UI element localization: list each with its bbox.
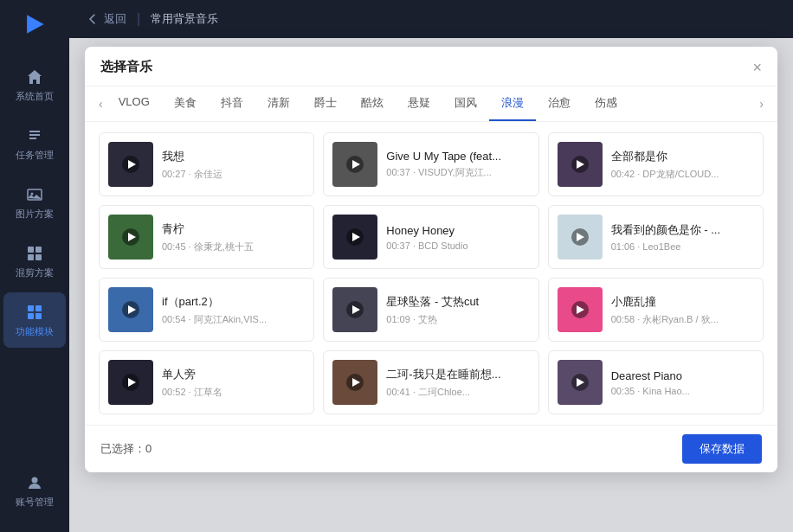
cat-tab-sad[interactable]: 伤感: [583, 87, 629, 121]
music-thumb-6: [558, 215, 603, 260]
sidebar-item-functions-label: 功能模块: [16, 325, 54, 338]
sidebar-item-photos[interactable]: 图片方案: [3, 175, 66, 230]
music-name: 单人旁: [162, 367, 305, 382]
back-button[interactable]: 返回: [87, 11, 126, 27]
music-thumb-5: [332, 215, 377, 260]
modal-close-button[interactable]: ×: [752, 60, 762, 75]
music-info-12: Dearest Piano 00:35 · Kina Hao...: [611, 369, 754, 396]
sidebar-item-mix-label: 混剪方案: [16, 266, 54, 279]
page-content: 常用背景音乐 选择音乐 × ‹ VLOG 美食 抖音 清新 爵士: [69, 38, 793, 532]
cat-tabs-inner: VLOG 美食 抖音 清新 爵士 酷炫 悬疑 国风 浪漫 治愈 伤感: [106, 87, 757, 121]
svg-marker-0: [27, 15, 44, 33]
music-meta: 00:45 · 徐秉龙,桃十五: [162, 240, 305, 253]
cat-tab-romance[interactable]: 浪漫: [489, 87, 536, 121]
music-meta: 00:37 · VISUDY,阿克江...: [386, 166, 529, 179]
music-thumb-3: [558, 142, 603, 187]
music-info-3: 全部都是你 00:42 · DP龙猪/CLOUD...: [611, 149, 754, 181]
save-button[interactable]: 保存数据: [682, 434, 762, 464]
music-thumb-2: [332, 142, 377, 187]
music-select-modal: 选择音乐 × ‹ VLOG 美食 抖音 清新 爵士 酷炫 悬疑 国风: [85, 47, 777, 472]
sidebar-item-tasks[interactable]: 任务管理: [3, 116, 66, 171]
svg-rect-6: [35, 254, 42, 260]
sidebar-item-mix[interactable]: 混剪方案: [3, 234, 66, 289]
list-item[interactable]: 全部都是你 00:42 · DP龙猪/CLOUD...: [548, 132, 764, 196]
music-thumb-1: [108, 142, 153, 187]
play-icon: [346, 301, 364, 318]
list-item[interactable]: if（part.2） 00:54 · 阿克江Akin,VIS...: [99, 278, 314, 342]
list-item[interactable]: 单人旁 00:52 · 江草名: [99, 350, 314, 414]
cat-tab-douyin[interactable]: 抖音: [209, 87, 255, 121]
play-icon: [122, 228, 139, 246]
music-name: 星球坠落 - 艾热cut: [386, 294, 529, 310]
music-meta: 01:06 · Leo1Bee: [611, 241, 754, 252]
sidebar-item-tasks-label: 任务管理: [16, 149, 54, 162]
list-item[interactable]: 青柠 00:45 · 徐秉龙,桃十五: [99, 205, 314, 269]
list-item[interactable]: 我想 00:27 · 余佳运: [99, 132, 314, 196]
list-item[interactable]: 我看到的颜色是你 - ... 01:06 · Leo1Bee: [548, 205, 764, 269]
music-meta: 00:42 · DP龙猪/CLOUD...: [611, 168, 754, 181]
play-icon: [571, 374, 589, 391]
cat-tab-national[interactable]: 国风: [442, 87, 489, 121]
music-name: 二珂-我只是在睡前想...: [386, 367, 529, 382]
modal-title: 选择音乐: [100, 59, 152, 75]
music-name: if（part.2）: [162, 294, 305, 310]
music-name: Honey Honey: [386, 224, 529, 237]
sidebar-item-home[interactable]: 系统首页: [3, 57, 66, 112]
back-label: 返回: [104, 11, 126, 27]
selected-count: 0: [145, 442, 152, 455]
sidebar-item-account-label: 账号管理: [16, 496, 54, 509]
home-icon: [25, 67, 44, 87]
cat-arrow-left[interactable]: ‹: [95, 97, 106, 111]
cat-tab-suspense[interactable]: 悬疑: [396, 87, 442, 121]
music-info-10: 单人旁 00:52 · 江草名: [162, 367, 305, 399]
cat-arrow-right[interactable]: ›: [756, 97, 767, 111]
music-info-8: 星球坠落 - 艾热cut 01:09 · 艾热: [386, 294, 529, 326]
play-icon: [571, 301, 589, 318]
play-icon: [346, 228, 364, 246]
app-logo: [19, 9, 50, 40]
music-meta: 00:54 · 阿克江Akin,VIS...: [162, 313, 305, 326]
play-icon: [122, 301, 139, 318]
footer-selected-text: 已选择：0: [100, 441, 152, 457]
svg-rect-3: [28, 247, 34, 253]
list-item[interactable]: Dearest Piano 00:35 · Kina Hao...: [548, 350, 764, 414]
cat-tab-food[interactable]: 美食: [162, 87, 209, 121]
music-thumb-9: [558, 287, 603, 332]
modal-footer: 已选择：0 保存数据: [85, 425, 777, 472]
list-item[interactable]: Give U My Tape (feat... 00:37 · VISUDY,阿…: [323, 132, 538, 196]
svg-rect-4: [35, 247, 42, 253]
function-icon: [25, 303, 44, 322]
music-info-7: if（part.2） 00:54 · 阿克江Akin,VIS...: [162, 294, 305, 326]
music-meta: 00:37 · BCD Studio: [386, 240, 529, 251]
cat-tab-fresh[interactable]: 清新: [255, 87, 302, 121]
cat-tab-cool[interactable]: 酷炫: [349, 87, 396, 121]
music-meta: 00:27 · 余佳运: [162, 168, 305, 181]
play-icon: [571, 228, 589, 246]
list-item[interactable]: 二珂-我只是在睡前想... 00:41 · 二珂Chloe...: [323, 350, 538, 414]
cat-tab-healing[interactable]: 治愈: [536, 87, 583, 121]
sidebar-item-photos-label: 图片方案: [16, 208, 54, 221]
list-item[interactable]: Honey Honey 00:37 · BCD Studio: [323, 205, 538, 269]
music-meta: 00:52 · 江草名: [162, 386, 305, 399]
music-info-4: 青柠 00:45 · 徐秉龙,桃十五: [162, 221, 305, 253]
music-name: 我想: [162, 149, 305, 164]
cat-tab-jazz[interactable]: 爵士: [302, 87, 349, 121]
sidebar-item-account[interactable]: 账号管理: [3, 463, 66, 518]
music-info-11: 二珂-我只是在睡前想... 00:41 · 二珂Chloe...: [386, 367, 529, 399]
svg-rect-9: [28, 313, 34, 319]
mix-icon: [25, 244, 44, 263]
list-item[interactable]: 小鹿乱撞 00:58 · 永彬Ryan.B / 狄...: [548, 278, 764, 342]
list-item[interactable]: 星球坠落 - 艾热cut 01:09 · 艾热: [323, 278, 538, 342]
cat-tab-vlog[interactable]: VLOG: [106, 87, 162, 121]
selected-label: 已选择：: [100, 442, 145, 455]
music-thumb-8: [332, 287, 377, 332]
photo-icon: [25, 185, 44, 204]
music-name: Give U My Tape (feat...: [386, 150, 529, 163]
sidebar-item-functions[interactable]: 功能模块: [3, 292, 66, 348]
music-name: 我看到的颜色是你 - ...: [611, 222, 754, 238]
music-thumb-4: [108, 215, 153, 260]
music-info-2: Give U My Tape (feat... 00:37 · VISUDY,阿…: [386, 150, 529, 179]
modal-overlay: 选择音乐 × ‹ VLOG 美食 抖音 清新 爵士 酷炫 悬疑 国风: [69, 38, 793, 532]
music-info-1: 我想 00:27 · 余佳运: [162, 149, 305, 181]
music-grid: 我想 00:27 · 余佳运 Give U My Tape (feat... 0…: [85, 122, 777, 425]
